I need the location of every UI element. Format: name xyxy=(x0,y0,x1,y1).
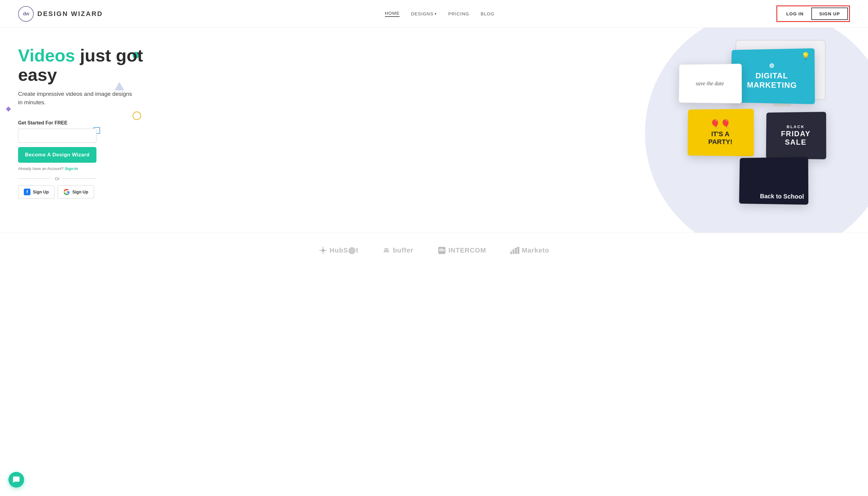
hubspot-logo: HubS⬤t xyxy=(319,246,359,254)
auth-buttons: LOG IN SIGN UP xyxy=(776,5,850,22)
brands-section: HubS⬤t buffer INTERCOM Marketo xyxy=(0,233,868,268)
black-friday-card: BLACK FRIDAY SALE xyxy=(766,112,826,159)
hero-left-content: Videos just goteasy Create impressive vi… xyxy=(18,40,451,221)
save-date-text: save the date xyxy=(696,80,724,87)
svg-rect-13 xyxy=(510,252,512,254)
social-buttons: f Sign Up Sign Up xyxy=(18,185,451,199)
nav-home[interactable]: HOME xyxy=(385,11,400,17)
design-cards-area: ⚙ DIGITAL MARKETING 💡 save the date 🎈🎈 I… xyxy=(451,40,850,215)
intercom-label: INTERCOM xyxy=(448,247,486,254)
digital-marketing-card: ⚙ DIGITAL MARKETING 💡 xyxy=(730,48,815,104)
bulb-icon: 💡 xyxy=(801,52,810,60)
nav-blog[interactable]: BLOG xyxy=(481,11,495,16)
svg-point-0 xyxy=(322,249,325,252)
digital-line2: MARKETING xyxy=(747,80,797,90)
svg-rect-15 xyxy=(515,248,517,254)
party-balloon-icon: 🎈🎈 xyxy=(710,119,731,129)
facebook-icon: f xyxy=(24,189,30,195)
hero-subtitle: Create impressive videos and image desig… xyxy=(18,90,133,107)
hubspot-label: HubS⬤t xyxy=(330,247,359,254)
google-signup-button[interactable]: Sign Up xyxy=(58,185,94,199)
digital-line1: DIGITAL xyxy=(755,71,788,80)
hero-right-cards: ⚙ DIGITAL MARKETING 💡 save the date 🎈🎈 I… xyxy=(451,40,850,221)
login-button[interactable]: LOG IN xyxy=(778,8,812,19)
buffer-label: buffer xyxy=(393,247,413,254)
email-input[interactable] xyxy=(18,129,96,143)
nav-pricing[interactable]: PRICING xyxy=(448,11,469,16)
signin-line: Already have an Account? Sign-In xyxy=(18,166,451,171)
svg-rect-10 xyxy=(440,248,441,252)
logo-icon: dw xyxy=(18,6,34,22)
party-line2: PARTY! xyxy=(708,138,732,146)
divider-left xyxy=(18,179,52,179)
svg-rect-12 xyxy=(443,249,444,251)
svg-rect-7 xyxy=(385,248,388,249)
nav-designs[interactable]: DESIGNS xyxy=(411,11,437,16)
logo-text: DESIGN WIZARD xyxy=(37,10,103,18)
header: dw DESIGN WIZARD HOME DESIGNS PRICING BL… xyxy=(0,0,868,28)
marketo-label: Marketo xyxy=(522,247,549,254)
party-line1: IT'S A xyxy=(711,130,730,138)
google-icon xyxy=(63,189,70,195)
hero-section: Videos just goteasy Create impressive vi… xyxy=(0,28,868,233)
intercom-logo: INTERCOM xyxy=(438,246,486,254)
hero-title-highlight: Videos xyxy=(18,46,75,65)
marketo-logo: Marketo xyxy=(510,247,549,254)
gear-icon: ⚙ xyxy=(769,62,775,69)
hero-title: Videos just goteasy xyxy=(18,46,451,84)
or-text: Or xyxy=(55,176,60,181)
or-divider: Or xyxy=(18,176,96,181)
black-friday-sub: BLACK xyxy=(787,124,805,129)
signin-link[interactable]: Sign-In xyxy=(65,166,78,171)
black-friday-main: FRIDAY xyxy=(781,129,811,138)
divider-right xyxy=(63,179,96,179)
diamond-decoration xyxy=(6,107,11,112)
become-wizard-button[interactable]: Become A Design Wizard xyxy=(18,147,96,163)
svg-rect-11 xyxy=(442,249,443,251)
signup-button[interactable]: SIGN UP xyxy=(811,7,848,20)
facebook-signup-button[interactable]: f Sign Up xyxy=(18,185,55,199)
svg-rect-16 xyxy=(517,247,519,254)
party-card: 🎈🎈 IT'S A PARTY! xyxy=(687,109,754,156)
svg-rect-14 xyxy=(513,250,514,254)
logo-area: dw DESIGN WIZARD xyxy=(18,6,103,22)
svg-rect-5 xyxy=(384,251,389,252)
back-to-school-text: Back to School xyxy=(760,193,804,200)
back-to-school-card: Back to School xyxy=(739,157,808,205)
main-nav: HOME DESIGNS PRICING BLOG xyxy=(385,11,495,17)
svg-rect-9 xyxy=(439,249,440,251)
black-friday-sale: SALE xyxy=(785,138,807,146)
save-date-card: save the date xyxy=(679,64,742,103)
get-started-label: Get Started For FREE xyxy=(18,120,451,126)
svg-rect-6 xyxy=(384,250,389,251)
buffer-logo: buffer xyxy=(383,247,413,254)
